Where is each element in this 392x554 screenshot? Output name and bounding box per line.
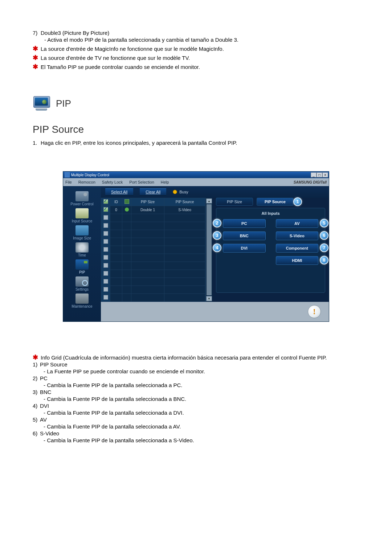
footer-item-3-detail: - Cambia la Fuente PIP de la pantalla se… [44, 396, 359, 402]
select-all-button[interactable]: Select All [105, 188, 133, 196]
star-icon: ✱ [33, 354, 41, 361]
grid-row-empty[interactable] [101, 254, 205, 262]
source-box-title: All Inputs [219, 211, 322, 216]
footer-item-5: 5) AV [33, 416, 359, 423]
footer-item-3-title: BNC [40, 389, 52, 395]
window-minimize-button[interactable]: _ [311, 172, 317, 177]
star-icon: ✱ [33, 64, 41, 70]
pip-header: PIP [33, 95, 359, 111]
grid-row-empty[interactable] [101, 230, 205, 238]
menu-safety-lock[interactable]: Safety Lock [102, 180, 123, 184]
intro-note-3-text: El Tamaño PIP se puede controlar cuando … [41, 64, 200, 70]
scroll-down-button[interactable]: ▼ [206, 296, 212, 301]
app-icon [65, 172, 70, 177]
intro-item-7: 7) Double3 (Picture By Picture) [33, 30, 359, 36]
footer-item-1-title: PIP Source [40, 361, 68, 368]
callout-8: 8 [320, 256, 328, 264]
grid-head-pipsize: PIP Size [131, 198, 164, 206]
busy-dot-icon [173, 190, 177, 194]
sidebar-item-input[interactable]: Input Source [63, 208, 101, 223]
callout-7: 7 [320, 243, 328, 252]
intro-note-3: ✱ El Tamaño PIP se puede controlar cuand… [33, 64, 359, 70]
callout-2: 2 [213, 219, 221, 227]
sidebar-time-label: Time [78, 253, 86, 257]
toolbar: Select All Clear All Busy [101, 186, 329, 198]
grid-row-0[interactable]: 0 Double 1 S-Video [101, 206, 205, 214]
grid-row-status [122, 206, 131, 214]
source-av-button[interactable]: AV [276, 219, 319, 228]
source-dvi-button[interactable]: DVI [223, 244, 266, 253]
footer-item-2-num: 2) [33, 375, 40, 381]
tab-pip-size[interactable]: PIP Size [216, 198, 253, 206]
grid-row-empty[interactable] [101, 222, 205, 230]
grid-row-empty[interactable] [101, 294, 205, 302]
grid-row-checkbox[interactable] [101, 206, 110, 214]
menu-help[interactable]: Help [161, 180, 169, 184]
footer-item-1-detail: - La Fuente PIP se puede controlar cuand… [44, 368, 359, 374]
star-icon: ✱ [33, 55, 41, 61]
grid-row-empty[interactable] [101, 214, 205, 222]
sidebar-item-time[interactable]: Time [63, 242, 101, 257]
window-maximize-button[interactable]: □ [317, 172, 322, 177]
sidebar-item-settings[interactable]: Settings [63, 276, 101, 291]
grid-row-empty[interactable] [101, 262, 205, 270]
pip-header-text: PIP [56, 98, 71, 109]
right-panel: PIP Size PIP Source 1 All Inputs 2 PC [212, 198, 329, 302]
footer-item-5-num: 5) [33, 416, 40, 423]
intro-item-7-num: 7) [33, 30, 40, 36]
grid-row-empty[interactable] [101, 278, 205, 286]
grid-row-empty[interactable] [101, 246, 205, 254]
footer-item-2-detail: - Cambia la Fuente PIP de la pantalla se… [44, 382, 359, 388]
grid-row-empty[interactable] [101, 270, 205, 278]
sidebar-image-label: Image Size [73, 236, 91, 240]
brand-label: SAMSUNG DIGITall [294, 180, 327, 184]
warning-icon[interactable] [308, 305, 321, 318]
footer-item-6-title: S-Video [40, 430, 59, 436]
clear-all-button[interactable]: Clear All [140, 188, 166, 196]
section-step-1: 1. Haga clic en PIP, entre los iconos pr… [33, 140, 359, 146]
sidebar-pip-label: PIP [79, 270, 85, 274]
source-component-button[interactable]: Component [276, 244, 319, 253]
callout-3: 3 [213, 231, 221, 240]
sidebar-item-image[interactable]: Image Size [63, 225, 101, 240]
sidebar-power-label: Power Control [70, 202, 93, 206]
footer-item-5-detail: - Cambia la Fuente PIP de la pantalla se… [44, 423, 359, 430]
tab-pip-source[interactable]: PIP Source 1 [257, 198, 294, 206]
grid-row-empty[interactable] [101, 238, 205, 246]
menu-remocon[interactable]: Remocon [78, 180, 95, 184]
window-close-button[interactable]: × [322, 172, 328, 177]
sidebar-item-power[interactable]: Power Control [63, 191, 101, 206]
pip-icon [75, 259, 89, 270]
sidebar-item-pip[interactable]: PIP [63, 259, 101, 274]
footer-item-4: 4) DVI [33, 403, 359, 409]
footer-item-1: 1) PIP Source [33, 361, 359, 368]
star-icon: ✱ [33, 46, 41, 52]
section-step-1-text: Haga clic en PIP, entre los iconos princ… [41, 140, 237, 146]
source-hdmi-button[interactable]: HDMI [276, 256, 319, 265]
input-source-icon [75, 208, 89, 218]
sidebar-input-label: Input Source [72, 219, 93, 223]
footer-item-2: 2) PC [33, 375, 359, 381]
intro-item-7-title: Double3 (Picture By Picture) [41, 30, 109, 36]
mdc-window: Multiple Display Control _ □ × File Remo… [63, 171, 329, 322]
intro-note-1: ✱ La source d'entrée de MagicInfo ne fon… [33, 46, 359, 52]
footer-item-3-num: 3) [33, 389, 40, 395]
grid-row-empty[interactable] [101, 286, 205, 294]
grid-head-checkbox[interactable] [101, 198, 110, 206]
source-pc-button[interactable]: PC [223, 219, 266, 228]
grid-scrollbar[interactable]: ▲ ▼ [205, 198, 212, 302]
title-bar[interactable]: Multiple Display Control _ □ × [63, 172, 329, 178]
menu-bar: File Remocon Safety Lock Port Selection … [63, 178, 329, 186]
image-size-icon [75, 225, 89, 235]
source-bnc-button[interactable]: BNC [223, 231, 266, 240]
source-svideo-button[interactable]: S-Video [276, 231, 319, 240]
scroll-up-button[interactable]: ▲ [206, 198, 212, 204]
settings-icon [75, 276, 89, 287]
scroll-track[interactable] [207, 204, 212, 295]
grid-head-id: ID [110, 198, 122, 206]
intro-note-1-text: La source d'entrée de MagicInfo ne fonct… [41, 46, 224, 52]
footer-item-3: 3) BNC [33, 389, 359, 395]
sidebar-item-maintenance[interactable]: Maintenance [63, 294, 101, 308]
menu-port-selection[interactable]: Port Selection [129, 180, 154, 184]
menu-file[interactable]: File [65, 180, 72, 184]
